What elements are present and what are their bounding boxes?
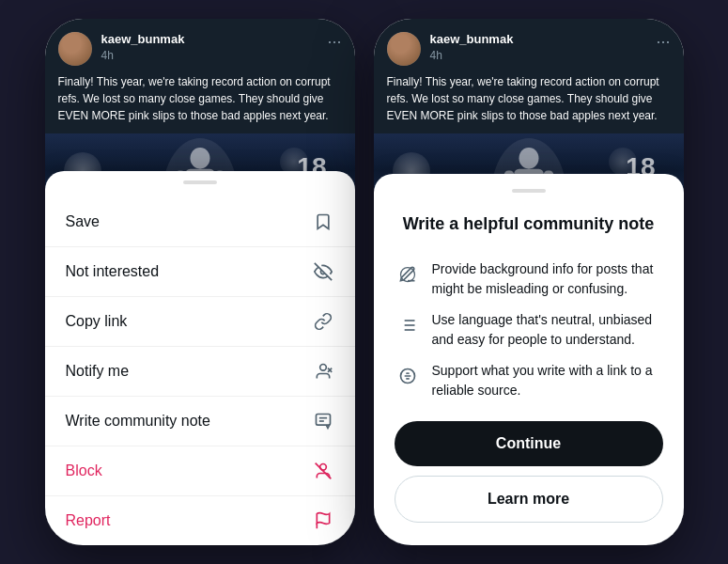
community-note-buttons: Continue Learn more [374,406,684,523]
avatar [58,32,92,66]
sheet-handle [183,180,217,184]
left-phone: kaew_bunmak 4h ··· Finally! This year, w… [45,19,355,545]
post-header: kaew_bunmak 4h ··· [45,19,355,73]
eye-off-icon [312,260,334,283]
link-circle-icon [395,363,421,389]
community-note-item-2: Use language that's neutral, unbiased an… [374,305,684,355]
continue-button[interactable]: Continue [395,421,663,466]
post-time: 4h [101,49,114,62]
report-label: Report [66,512,111,529]
community-icon [312,410,334,432]
svg-point-22 [400,268,414,282]
svg-point-0 [190,148,209,169]
svg-point-16 [519,148,538,169]
community-note-label: Write community note [66,413,210,430]
right-phone: kaew_bunmak 4h ··· Finally! This year, w… [374,19,684,545]
edit-icon [395,261,421,288]
learn-more-button[interactable]: Learn more [395,476,663,523]
right-post-header: kaew_bunmak 4h ··· [374,19,684,73]
link-icon [312,310,334,333]
right-username: kaew_bunmak [430,32,647,46]
person-icon [312,360,334,383]
community-note-title: Write a helpful community note [374,206,684,254]
copy-link-label: Copy link [66,313,128,330]
list-icon [395,312,421,338]
right-post-text: Finally! This year, we're taking record … [374,73,684,133]
notify-label: Notify me [66,363,130,380]
bookmark-icon [312,211,334,233]
community-note-text-2: Use language that's neutral, unbiased an… [432,310,663,350]
community-note-sheet: Write a helpful community note Provide b… [374,174,684,545]
not-interested-menu-item[interactable]: Not interested [45,247,355,297]
svg-rect-10 [316,415,330,426]
report-menu-item[interactable]: Report [45,496,355,545]
community-note-text-1: Provide background info for posts that m… [432,259,663,299]
community-note-text-3: Support what you write with a link to a … [432,361,663,400]
username: kaew_bunmak [101,32,318,46]
community-note-item-3: Support what you write with a link to a … [374,355,684,406]
right-post-time: 4h [430,49,442,62]
notify-menu-item[interactable]: Notify me [45,347,355,397]
write-community-note-menu-item[interactable]: Write community note [45,397,355,446]
copy-link-menu-item[interactable]: Copy link [45,297,355,347]
community-note-item-1: Provide background info for posts that m… [374,254,684,305]
right-post-meta: kaew_bunmak 4h [430,32,647,63]
bottom-sheet: Save Not interested Copy link [45,171,355,545]
right-more-button[interactable]: ··· [656,32,670,52]
post-meta: kaew_bunmak 4h [101,32,318,63]
post-text: Finally! This year, we're taking record … [45,73,355,133]
block-icon [312,460,334,482]
report-icon [312,509,334,532]
not-interested-label: Not interested [66,263,160,280]
block-menu-item[interactable]: Block [45,446,355,496]
save-label: Save [66,213,100,230]
svg-point-7 [319,365,326,371]
save-menu-item[interactable]: Save [45,197,355,247]
right-avatar [387,32,421,66]
block-label: Block [66,462,102,479]
right-sheet-handle [512,189,546,193]
more-button[interactable]: ··· [327,32,341,52]
